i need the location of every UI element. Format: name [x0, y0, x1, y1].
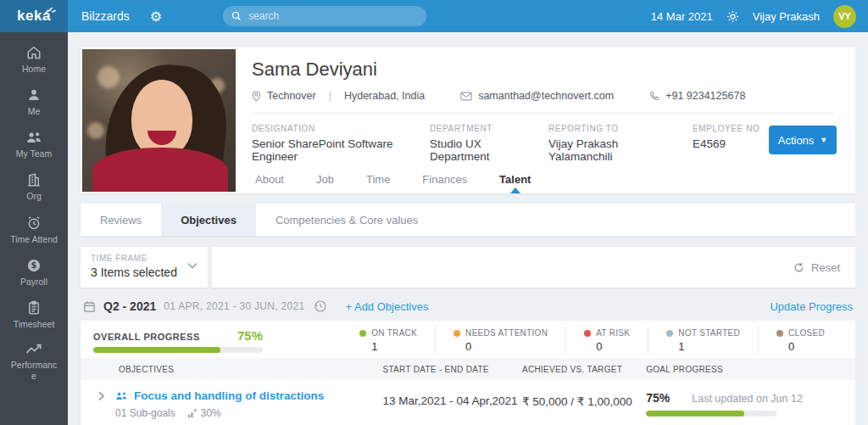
- svg-text:$: $: [31, 260, 37, 270]
- user-name[interactable]: Vijay Prakash: [753, 10, 820, 23]
- goal-progress-percent: 75%: [646, 391, 670, 405]
- tab-job[interactable]: Job: [300, 165, 350, 193]
- search-icon: [231, 11, 242, 21]
- email-icon: [460, 92, 472, 101]
- closed-dot: [776, 330, 783, 337]
- tab-talent[interactable]: Talent: [483, 165, 547, 193]
- stat-closed: CLOSED 0: [758, 327, 843, 353]
- profile-fields-row: DESIGNATION Senior SharePoint Software E…: [252, 124, 855, 163]
- current-date: 14 Mar 2021: [651, 10, 713, 23]
- stat-on-track: ON TRACK 1: [342, 327, 435, 353]
- goal-progress-bar: [646, 411, 776, 417]
- brightness-icon[interactable]: [726, 10, 739, 23]
- clipboard-icon: [26, 300, 42, 316]
- weight-levels-icon: [187, 409, 197, 418]
- quarter-title: Q2 - 2021: [103, 299, 156, 313]
- objectives-table-header: OBJECTIVES START DATE - END DATE ACHIEVE…: [81, 358, 855, 380]
- dollar-icon: $: [26, 258, 42, 273]
- talent-subtabs: Reviews Objectives Competencies & Core v…: [81, 204, 855, 236]
- building-icon: [26, 172, 42, 187]
- objective-cell: Focus and handling of distractions 01 Su…: [81, 389, 382, 419]
- update-progress-button[interactable]: Update Progress: [770, 300, 853, 313]
- tab-time[interactable]: Time: [350, 165, 406, 193]
- team-icon: [25, 130, 42, 145]
- top-bar: keka Bilzzards ⚙ 14 Mar 2021 Vijay Praka…: [0, 0, 868, 32]
- actions-button[interactable]: Actions ▼: [769, 126, 837, 154]
- profile-tabs: About Job Time Finances Talent: [239, 165, 547, 193]
- history-icon[interactable]: [314, 299, 327, 313]
- designation-field: DESIGNATION Senior SharePoint Software E…: [252, 124, 430, 163]
- calendar-icon: [83, 300, 96, 313]
- overall-progress-bar: [93, 347, 263, 353]
- expand-chevron-icon[interactable]: [97, 391, 105, 401]
- subgoals-count: 01 Sub-goals: [115, 407, 175, 419]
- employee-profile-card: Sama Deviyani Technover | Hyderabad, Ind…: [81, 48, 855, 193]
- objective-main: Focus and handling of distractions 01 Su…: [115, 389, 324, 419]
- objective-dates: 13 Mar,2021 - 04 Apr,2021: [382, 389, 522, 419]
- add-objectives-button[interactable]: + Add Objectives: [345, 300, 428, 313]
- needs-attention-dot: [453, 330, 460, 337]
- objective-title[interactable]: Focus and handling of distractions: [134, 389, 324, 402]
- time-frame-select[interactable]: TIME FRAME 3 Items selected: [81, 247, 208, 288]
- org-name[interactable]: Bilzzards: [81, 9, 130, 23]
- subtab-competencies[interactable]: Competencies & Core values: [256, 204, 437, 236]
- objective-row: Focus and handling of distractions 01 Su…: [81, 380, 855, 419]
- reset-button[interactable]: Reset: [793, 261, 840, 274]
- not-started-dot: [666, 330, 673, 337]
- trend-icon: [25, 343, 42, 356]
- on-track-dot: [359, 330, 366, 337]
- objective-team-icon: [115, 391, 128, 401]
- chevron-down-icon: ▼: [820, 136, 827, 144]
- employee-email: samanthad@technovert.com: [460, 90, 614, 102]
- objective-weight: 30%: [187, 407, 221, 419]
- objectives-card: OVERALL PROGRESS 75% ON TRACK 1 NEEDS AT…: [81, 321, 855, 425]
- objective-subline: 01 Sub-goals 30%: [115, 407, 324, 419]
- reporting-to-field: REPORTING TO Vijay Prakash Yalamanchili: [548, 124, 693, 163]
- overall-progress: OVERALL PROGRESS 75%: [93, 327, 263, 353]
- user-icon: [26, 87, 42, 103]
- settings-gear-icon[interactable]: ⚙: [150, 8, 162, 25]
- keka-logo[interactable]: keka: [0, 0, 68, 32]
- sidebar-nav: Home Me My Team Org Time Attend $ Payrol…: [0, 32, 68, 425]
- goal-last-updated: Last updated on Jun 12: [692, 393, 803, 405]
- alarm-clock-icon: [26, 215, 42, 231]
- sidebar-item-performance[interactable]: Performance: [7, 343, 61, 382]
- tab-finances[interactable]: Finances: [406, 165, 483, 193]
- sidebar-item-payroll[interactable]: $ Payroll: [7, 258, 61, 288]
- chevron-down-icon: [187, 262, 198, 269]
- sidebar-item-me[interactable]: Me: [7, 87, 61, 117]
- sidebar-item-org[interactable]: Org: [7, 172, 61, 202]
- sidebar-item-timesheet[interactable]: Timesheet: [7, 300, 61, 330]
- employee-name: Sama Deviyani: [252, 59, 855, 81]
- topbar-right: 14 Mar 2021 Vijay Prakash VY: [651, 5, 868, 28]
- stat-not-started: NOT STARTED 1: [648, 327, 758, 353]
- sidebar-item-home[interactable]: Home: [7, 45, 61, 75]
- main-content: Sama Deviyani Technover | Hyderabad, Ind…: [68, 32, 868, 425]
- employee-no-field: EMPLOYEE NO E4569: [693, 124, 769, 150]
- user-avatar[interactable]: VY: [833, 5, 856, 28]
- tab-about[interactable]: About: [239, 165, 300, 193]
- phone-icon: [649, 91, 659, 101]
- period-row: Q2 - 2021 01 APR, 2021 - 30 JUN, 2021 + …: [81, 299, 855, 313]
- filter-bar: TIME FRAME 3 Items selected Reset: [81, 247, 855, 288]
- employee-info-row: Technover | Hyderabad, India samanthad@t…: [252, 90, 855, 102]
- progress-summary-row: OVERALL PROGRESS 75% ON TRACK 1 NEEDS AT…: [81, 321, 855, 358]
- company-location: Technover | Hyderabad, India: [252, 90, 425, 102]
- overall-progress-percent: 75%: [237, 328, 263, 343]
- search-input[interactable]: [248, 10, 418, 22]
- quarter-range: 01 APR, 2021 - 30 JUN, 2021: [164, 300, 304, 312]
- sidebar-item-time-attend[interactable]: Time Attend: [7, 215, 61, 245]
- filter-panel: Reset: [212, 247, 855, 288]
- location-pin-icon: [252, 91, 261, 102]
- at-risk-dot: [584, 330, 591, 337]
- profile-details: Sama Deviyani Technover | Hyderabad, Ind…: [237, 48, 855, 193]
- refresh-icon: [793, 262, 804, 273]
- subtab-reviews[interactable]: Reviews: [81, 204, 161, 236]
- subtab-objectives[interactable]: Objectives: [161, 204, 256, 236]
- goal-progress-cell: 75% Last updated on Jun 12: [646, 389, 855, 419]
- employee-phone: +91 9234125678: [649, 90, 745, 102]
- sidebar-item-my-team[interactable]: My Team: [7, 130, 61, 159]
- search-bar[interactable]: [223, 6, 426, 26]
- status-stats: ON TRACK 1 NEEDS ATTENTION 0 AT RISK 0 N…: [342, 327, 843, 353]
- profile-photo: [82, 49, 236, 192]
